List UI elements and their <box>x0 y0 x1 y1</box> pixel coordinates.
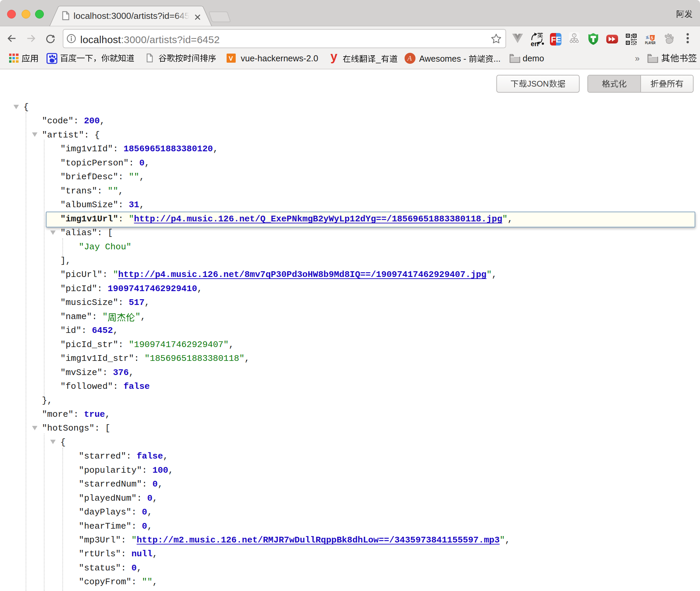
svg-text:E: E <box>556 35 561 44</box>
svg-text:A: A <box>407 54 412 62</box>
svg-text:V: V <box>229 55 233 62</box>
svg-text:5: 5 <box>651 36 653 40</box>
svg-text:PLAYER: PLAYER <box>645 41 655 45</box>
svg-text:F: F <box>551 35 556 44</box>
